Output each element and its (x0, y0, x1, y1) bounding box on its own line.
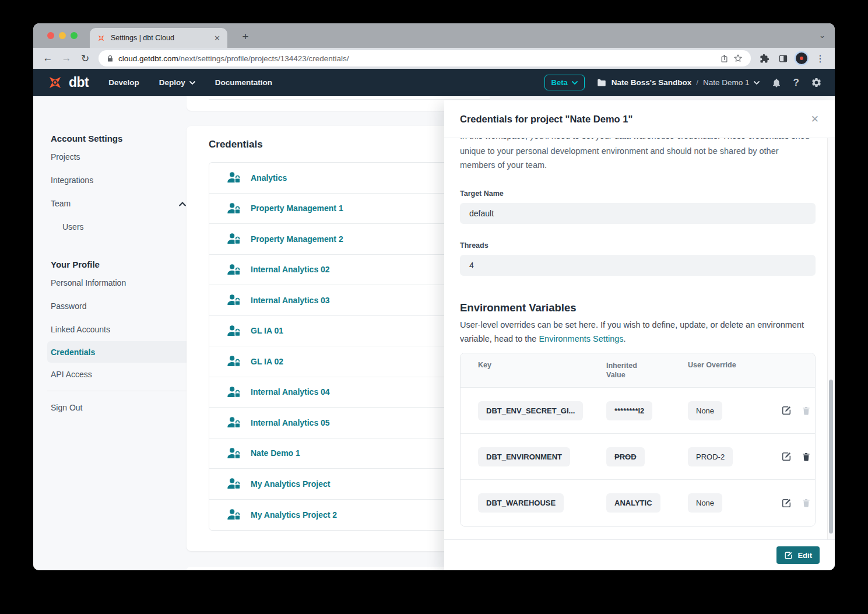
user-lock-icon (227, 325, 241, 337)
delete-icon (802, 406, 811, 416)
chevron-down-icon (572, 81, 578, 85)
sidebar-item-label: Users (62, 222, 84, 231)
side-panel-icon[interactable] (774, 50, 792, 67)
extensions-icon[interactable] (755, 50, 773, 67)
column-header-key: Key (478, 361, 606, 380)
column-header-user-override: User Override (688, 361, 781, 380)
sidebar-item-label: Team (51, 199, 71, 208)
sidebar-item-label: Integrations (51, 176, 93, 185)
tab-close-icon[interactable]: ✕ (214, 34, 220, 43)
minimize-window-button[interactable] (59, 32, 66, 39)
edit-button[interactable]: Edit (776, 546, 820, 564)
nav-item-documentation[interactable]: Documentation (215, 78, 272, 87)
target-name-label: Target Name (460, 190, 819, 198)
modal-scrollbar-track[interactable] (827, 138, 835, 539)
close-icon[interactable]: ✕ (811, 113, 819, 125)
credential-name: Analytics (251, 173, 287, 183)
inherited-value-chip: ********l2 (606, 401, 652, 420)
sidebar-item-password[interactable]: Password (47, 294, 193, 318)
forward-button[interactable]: → (58, 50, 75, 67)
chevron-up-icon (179, 199, 186, 208)
credential-name: Internal Analytics 05 (251, 418, 330, 427)
nav-item-develop[interactable]: Develop (108, 78, 139, 87)
beta-dropdown[interactable]: Beta (544, 75, 585, 90)
sidebar-item-personal-information[interactable]: Personal Information (47, 271, 193, 294)
inherited-value-chip: ANALYTIC (606, 493, 660, 513)
dbt-logo[interactable]: dbt (46, 73, 89, 92)
sidebar-item-label: Personal Information (51, 278, 126, 287)
new-tab-button[interactable]: + (237, 29, 254, 45)
sidebar-item-linked-accounts[interactable]: Linked Accounts (47, 318, 193, 341)
browser-tab[interactable]: Settings | dbt Cloud ✕ (90, 28, 227, 48)
sidebar-item-users[interactable]: Users (47, 215, 193, 238)
table-row: DBT_WAREHOUSE ANALYTIC None (461, 480, 815, 526)
target-name-input[interactable]: default (460, 203, 816, 224)
modal-footer: Edit (444, 539, 835, 570)
folder-icon (596, 78, 607, 88)
zoom-window-button[interactable] (71, 32, 78, 39)
close-window-button[interactable] (47, 32, 54, 39)
edit-icon[interactable] (781, 405, 792, 416)
settings-gear-icon[interactable] (811, 77, 822, 88)
dbt-logo-text: dbt (69, 75, 89, 90)
sidebar-item-team[interactable]: Team (47, 192, 193, 215)
environments-settings-link[interactable]: Environments Settings (539, 334, 623, 343)
threads-input[interactable]: 4 (460, 255, 816, 276)
sidebar-item-projects[interactable]: Projects (47, 145, 193, 169)
credential-name: GL IA 02 (251, 357, 283, 366)
bookmark-star-icon[interactable] (733, 54, 743, 63)
sidebar-item-label: Credentials (51, 348, 95, 357)
credential-name: Internal Analytics 04 (251, 387, 330, 397)
tab-title: Settings | dbt Cloud (111, 34, 209, 42)
breadcrumb-separator: / (696, 78, 698, 87)
nav-item-deploy[interactable]: Deploy (159, 78, 195, 87)
share-icon[interactable] (720, 54, 729, 63)
delete-icon[interactable] (802, 452, 811, 462)
browser-window: Settings | dbt Cloud ✕ + ⌄ ← → ↻ cloud.g… (33, 23, 835, 570)
edit-icon[interactable] (781, 451, 792, 462)
breadcrumb-account[interactable]: Nate Boss's Sandbox (612, 78, 692, 87)
env-var-key-chip: DBT_ENVIRONMENT (478, 447, 570, 466)
sidebar-item-credentials[interactable]: Credentials (47, 341, 193, 363)
user-lock-icon (227, 171, 241, 184)
url-text: cloud.getdbt.com/next/settings/profile/p… (118, 54, 715, 63)
edit-icon (784, 551, 793, 560)
reload-button[interactable]: ↻ (76, 50, 94, 67)
beta-label: Beta (551, 78, 568, 87)
table-row: DBT_ENV_SECRET_GI... ********l2 None (461, 388, 815, 434)
breadcrumb-project-dropdown[interactable]: Nate Demo 1 (703, 78, 760, 87)
tab-search-chevron-icon[interactable]: ⌄ (819, 31, 825, 40)
credential-name: My Analytics Project (251, 479, 330, 489)
description-clipped-line: In this workspace, you'll need to set yo… (460, 138, 810, 142)
sidebar-item-api-access[interactable]: API Access (47, 363, 193, 386)
sidebar-item-sign-out[interactable]: Sign Out (47, 396, 193, 419)
modal-scrollbar-thumb[interactable] (829, 380, 833, 534)
chevron-down-icon (189, 81, 195, 85)
table-header-row: Key Inherited Value User Override (461, 353, 815, 388)
window-controls (47, 32, 78, 39)
page-content: Account Settings Projects Integrations T… (33, 96, 835, 570)
environment-variables-description: User-level overrides can be set here. If… (460, 318, 814, 346)
edit-icon[interactable] (781, 498, 792, 508)
back-button[interactable]: ← (39, 50, 57, 67)
modal-body: In this workspace, you'll need to set yo… (444, 138, 835, 539)
user-lock-icon (227, 233, 241, 245)
credential-name: Internal Analytics 03 (251, 296, 330, 305)
profile-avatar[interactable] (796, 52, 807, 64)
sidebar-item-integrations[interactable]: Integrations (47, 169, 193, 192)
modal-header: Credentials for project "Nate Demo 1" ✕ (444, 100, 835, 138)
browser-menu-icon[interactable]: ⋮ (811, 50, 829, 67)
user-override-chip: None (688, 493, 722, 513)
description-clipped-text: In this workspace, you'll need to set yo… (460, 138, 810, 142)
user-lock-icon (227, 202, 241, 215)
table-row: DBT_ENVIRONMENT PROD PROD-2 (461, 434, 815, 480)
edit-button-label: Edit (797, 551, 812, 560)
user-lock-icon (227, 508, 241, 521)
address-bar[interactable]: cloud.getdbt.com/next/settings/profile/p… (99, 50, 751, 66)
env-desc-suffix: . (624, 334, 626, 343)
credential-name: Property Management 1 (251, 204, 343, 213)
help-icon[interactable]: ? (793, 77, 799, 89)
credentials-modal: Credentials for project "Nate Demo 1" ✕ … (444, 100, 835, 570)
user-lock-icon (227, 294, 241, 306)
notifications-bell-icon[interactable] (771, 78, 782, 88)
